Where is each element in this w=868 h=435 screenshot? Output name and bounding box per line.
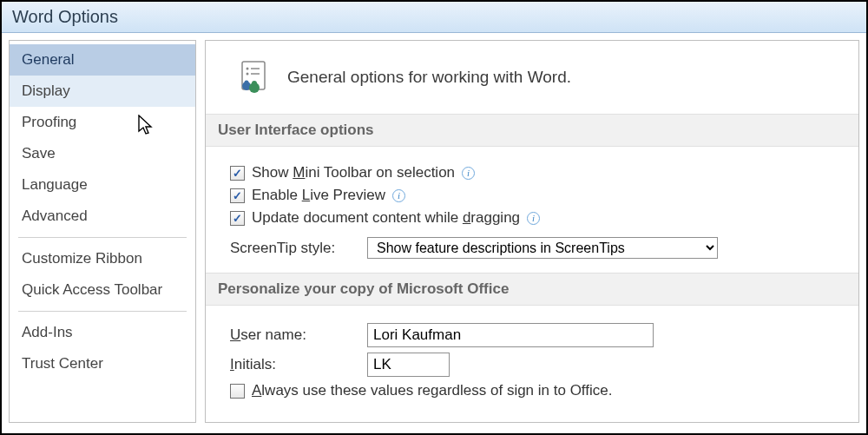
checkbox-mini-toolbar[interactable] <box>230 166 245 181</box>
svg-point-8 <box>252 81 257 86</box>
label-update-while-dragging: Update document content while dragging <box>252 209 520 227</box>
input-user-name[interactable] <box>367 323 654 347</box>
info-icon[interactable] <box>527 212 540 225</box>
window-title: Word Options <box>2 2 866 33</box>
checkbox-update-while-dragging[interactable] <box>230 211 245 226</box>
input-initials[interactable] <box>367 353 450 377</box>
nav-general[interactable]: General <box>10 44 195 76</box>
label-always-use-values: Always use these values regardless of si… <box>252 382 612 399</box>
nav-add-ins[interactable]: Add-Ins <box>10 317 195 348</box>
general-options-icon <box>237 60 272 95</box>
info-icon[interactable] <box>462 167 475 180</box>
nav-proofing[interactable]: Proofing <box>10 107 195 138</box>
section-ui-options-body: Show Mini Toolbar on selection Enable Li… <box>206 147 858 273</box>
label-live-preview: Enable Live Preview <box>252 187 385 204</box>
client-area: General Display Proofing Save Language A… <box>2 33 866 430</box>
nav-advanced[interactable]: Advanced <box>10 201 195 232</box>
checkbox-live-preview[interactable] <box>230 188 245 203</box>
section-personalize-header: Personalize your copy of Microsoft Offic… <box>206 273 858 306</box>
nav-trust-center[interactable]: Trust Center <box>10 348 195 379</box>
select-screentip-style[interactable]: Show feature descriptions in ScreenTips <box>367 237 718 259</box>
label-initials: Initials: <box>230 356 360 373</box>
info-icon[interactable] <box>392 189 405 202</box>
section-ui-options-header: User Interface options <box>206 114 858 147</box>
content-pane: General options for working with Word. U… <box>205 40 859 423</box>
nav-customize-ribbon[interactable]: Customize Ribbon <box>10 243 195 274</box>
nav-display[interactable]: Display <box>10 76 195 107</box>
svg-point-1 <box>247 68 249 70</box>
nav-language[interactable]: Language <box>10 169 195 201</box>
checkbox-always-use-values[interactable] <box>230 384 245 399</box>
svg-point-7 <box>245 81 249 85</box>
nav-quick-access-toolbar[interactable]: Quick Access Toolbar <box>10 274 195 306</box>
nav-save[interactable]: Save <box>10 138 195 169</box>
label-mini-toolbar: Show Mini Toolbar on selection <box>252 164 455 181</box>
page-heading: General options for working with Word. <box>206 41 858 114</box>
label-user-name: User name: <box>230 326 360 344</box>
nav-separator-1 <box>18 237 187 238</box>
svg-point-3 <box>247 73 249 76</box>
label-screentip-style: ScreenTip style: <box>230 240 360 257</box>
category-sidebar: General Display Proofing Save Language A… <box>9 40 196 423</box>
nav-separator-2 <box>18 311 187 312</box>
section-personalize-body: User name: Initials: Always use these va… <box>206 306 858 413</box>
page-heading-text: General options for working with Word. <box>287 68 571 87</box>
